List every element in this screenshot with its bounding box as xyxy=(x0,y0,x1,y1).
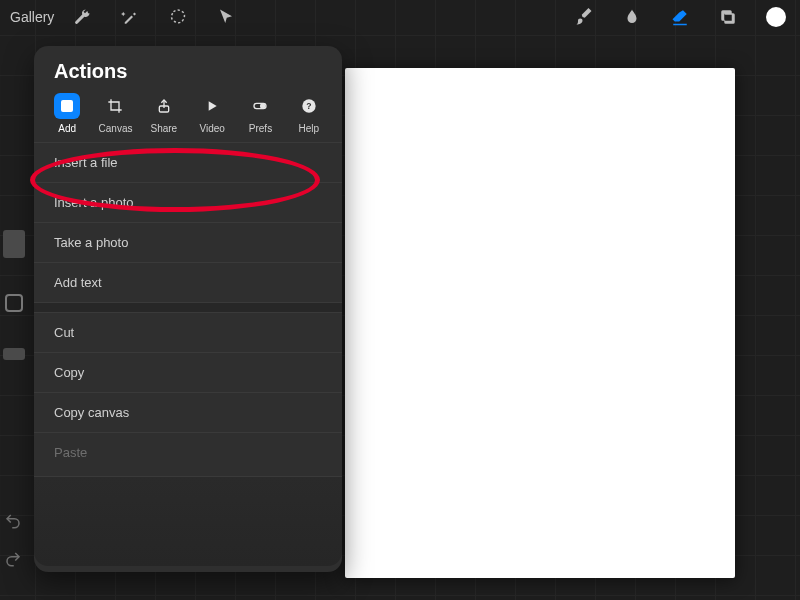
tab-label: Add xyxy=(58,123,76,134)
selection-icon[interactable] xyxy=(168,7,188,27)
cursor-arrow-icon[interactable] xyxy=(216,7,236,27)
tab-add[interactable]: Add xyxy=(48,93,86,134)
actions-panel: Actions Add Canvas Share Video xyxy=(34,46,342,572)
svg-point-3 xyxy=(261,104,265,108)
undo-redo-group xyxy=(4,512,24,570)
smudge-icon[interactable] xyxy=(622,7,642,27)
menu-take-photo[interactable]: Take a photo xyxy=(34,222,342,262)
panel-title: Actions xyxy=(34,60,342,93)
tab-label: Canvas xyxy=(99,123,133,134)
help-icon: ? xyxy=(296,93,322,119)
svg-text:?: ? xyxy=(306,101,311,111)
tab-label: Video xyxy=(199,123,224,134)
top-toolbar: Gallery xyxy=(0,0,800,34)
tab-canvas[interactable]: Canvas xyxy=(96,93,134,134)
layers-icon[interactable] xyxy=(718,7,738,27)
wrench-icon[interactable] xyxy=(72,7,92,27)
top-left-icons xyxy=(72,7,236,27)
menu-insert-photo[interactable]: Insert a photo xyxy=(34,182,342,222)
actions-menu: Insert a file Insert a photo Take a phot… xyxy=(34,142,342,472)
share-icon xyxy=(151,93,177,119)
tab-label: Prefs xyxy=(249,123,272,134)
crop-icon xyxy=(102,93,128,119)
menu-paste: Paste xyxy=(34,432,342,472)
plus-square-icon xyxy=(54,93,80,119)
eraser-icon[interactable] xyxy=(670,7,690,27)
redo-icon[interactable] xyxy=(4,550,24,570)
toggle-icon xyxy=(247,93,273,119)
color-swatch[interactable] xyxy=(766,7,786,27)
modify-square[interactable] xyxy=(5,294,23,312)
menu-copy-canvas[interactable]: Copy canvas xyxy=(34,392,342,432)
wand-icon[interactable] xyxy=(120,7,140,27)
tab-label: Share xyxy=(150,123,177,134)
tab-help[interactable]: ? Help xyxy=(290,93,328,134)
top-right-icons xyxy=(574,7,786,27)
panel-footer xyxy=(34,476,342,566)
actions-tabs: Add Canvas Share Video Prefs xyxy=(34,93,342,142)
menu-add-text[interactable]: Add text xyxy=(34,262,342,302)
tab-share[interactable]: Share xyxy=(145,93,183,134)
tab-video[interactable]: Video xyxy=(193,93,231,134)
slider-handle-bottom[interactable] xyxy=(3,348,25,360)
left-rail xyxy=(0,230,28,530)
brush-icon[interactable] xyxy=(574,7,594,27)
menu-separator xyxy=(34,302,342,312)
menu-insert-file[interactable]: Insert a file xyxy=(34,142,342,182)
tab-label: Help xyxy=(299,123,320,134)
menu-copy[interactable]: Copy xyxy=(34,352,342,392)
gallery-button[interactable]: Gallery xyxy=(10,9,54,25)
menu-cut[interactable]: Cut xyxy=(34,312,342,352)
tab-prefs[interactable]: Prefs xyxy=(241,93,279,134)
slider-handle-top[interactable] xyxy=(3,230,25,258)
drawing-canvas[interactable] xyxy=(345,68,735,578)
play-icon xyxy=(199,93,225,119)
undo-icon[interactable] xyxy=(4,512,24,532)
